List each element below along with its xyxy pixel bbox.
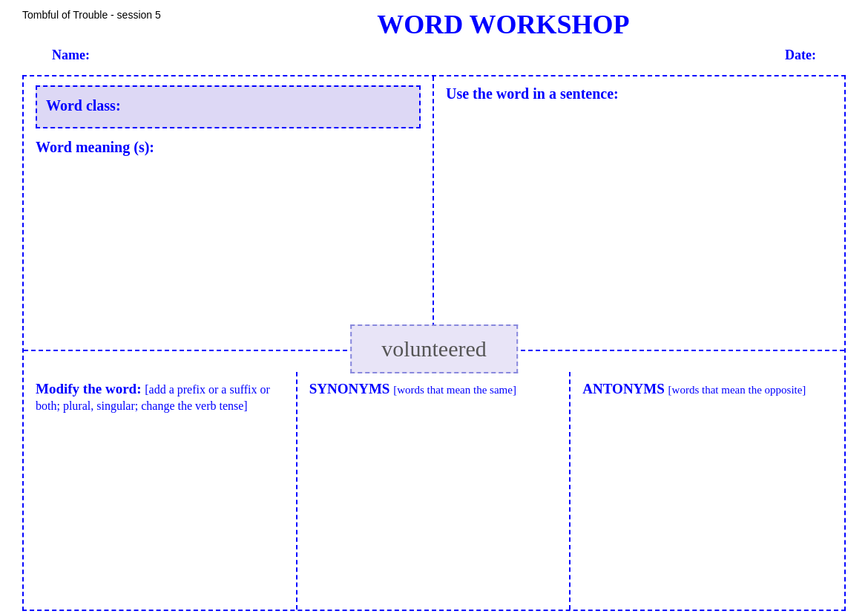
right-top-panel: Use the word in a sentence: — [434, 76, 844, 350]
synonyms-sub: [words that mean the same] — [393, 384, 516, 396]
left-top-panel: Word class: Word meaning (s): — [24, 76, 434, 350]
antonyms-bold-text: ANTONYMS — [582, 381, 665, 396]
antonyms-label: ANTONYMS [words that mean the opposite] — [582, 381, 832, 397]
top-section: Word class: Word meaning (s): Use the wo… — [24, 76, 844, 351]
worksheet-grid: Word class: Word meaning (s): Use the wo… — [22, 75, 846, 611]
session-label: Tombful of Trouble - session 5 — [22, 9, 161, 21]
antonyms-panel: ANTONYMS [words that mean the opposite] — [571, 372, 844, 610]
modify-bold: Modify the word: — [36, 381, 141, 396]
center-word-display: volunteered — [350, 324, 518, 373]
modify-label: Modify the word: [add a prefix or a suff… — [36, 381, 284, 414]
word-meaning-label: Word meaning (s): — [36, 139, 421, 156]
modify-panel: Modify the word: [add a prefix or a suff… — [24, 372, 297, 610]
top-section-wrapper: Word class: Word meaning (s): Use the wo… — [24, 76, 844, 351]
name-date-row: Name: Date: — [22, 43, 846, 68]
main-title: WORD WORKSHOP — [161, 9, 846, 40]
bottom-section: Modify the word: [add a prefix or a suff… — [24, 372, 844, 610]
use-in-sentence-label: Use the word in a sentence: — [446, 85, 832, 102]
synonyms-bold-text: SYNONYMS — [309, 381, 390, 396]
name-label: Name: — [52, 48, 90, 63]
date-label: Date: — [785, 48, 816, 63]
synonyms-label: SYNONYMS [words that mean the same] — [309, 381, 558, 397]
antonyms-sub: [words that mean the opposite] — [668, 384, 806, 396]
word-class-label: Word class: — [46, 97, 121, 114]
word-class-box: Word class: — [36, 85, 421, 128]
synonyms-panel: SYNONYMS [words that mean the same] — [297, 372, 571, 610]
